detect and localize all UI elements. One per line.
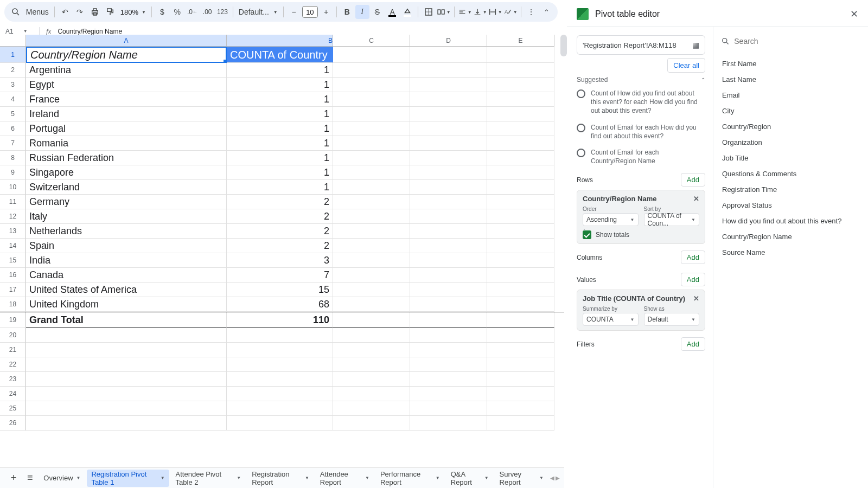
cell[interactable] <box>333 282 410 297</box>
col-header-D[interactable]: D <box>410 35 487 47</box>
collapse-suggested-button[interactable]: ⌃ <box>701 77 705 83</box>
cell[interactable]: Switzerland <box>26 180 227 195</box>
halign-button[interactable]: ▼ <box>458 5 472 19</box>
cell[interactable] <box>487 92 554 107</box>
percent-button[interactable]: % <box>170 5 184 19</box>
suggestion-item[interactable]: Count of Email for each Country/Region N… <box>577 148 705 165</box>
row-header[interactable]: 9 <box>0 165 26 180</box>
cell[interactable] <box>410 136 487 151</box>
cell[interactable] <box>410 63 487 78</box>
cell[interactable] <box>333 372 410 387</box>
cell[interactable] <box>333 209 410 224</box>
field-item[interactable]: Approval Status <box>721 197 859 213</box>
fill-color-button[interactable] <box>400 5 414 19</box>
cell[interactable]: 15 <box>227 282 333 297</box>
cell[interactable]: 2 <box>227 195 333 209</box>
row-header[interactable]: 8 <box>0 151 26 165</box>
cell[interactable] <box>410 372 487 387</box>
cell[interactable] <box>487 224 554 239</box>
print-button[interactable] <box>88 5 102 19</box>
cell[interactable] <box>487 165 554 180</box>
cell[interactable]: COUNTA of Country <box>227 47 333 63</box>
cell[interactable]: 1 <box>227 92 333 107</box>
cell[interactable] <box>410 209 487 224</box>
cell[interactable] <box>487 195 554 209</box>
row-header[interactable]: 20 <box>0 328 26 343</box>
row-header[interactable]: 2 <box>0 63 26 78</box>
col-header-C[interactable]: C <box>333 35 410 47</box>
cell[interactable]: Portugal <box>26 121 227 136</box>
cell[interactable] <box>333 47 410 63</box>
row-header[interactable]: 26 <box>0 416 26 431</box>
cell[interactable] <box>487 253 554 268</box>
chevron-down-icon[interactable]: ▼ <box>161 476 165 480</box>
cell[interactable]: 110 <box>227 312 333 328</box>
cell[interactable] <box>410 387 487 401</box>
field-search-input[interactable] <box>734 37 859 46</box>
field-search[interactable] <box>721 32 859 50</box>
cell[interactable] <box>227 416 333 431</box>
chevron-down-icon[interactable]: ▼ <box>76 476 81 480</box>
cell[interactable] <box>487 47 554 63</box>
sheet-tab[interactable]: Performance Report▼ <box>376 470 444 487</box>
chevron-down-icon[interactable]: ▼ <box>436 476 440 480</box>
chevron-down-icon[interactable]: ▼ <box>305 476 309 480</box>
cell[interactable] <box>410 253 487 268</box>
currency-button[interactable]: $ <box>155 5 169 19</box>
cell[interactable] <box>333 165 410 180</box>
row-header[interactable]: 15 <box>0 253 26 268</box>
field-item[interactable]: Country/Region Name <box>721 229 859 245</box>
cell[interactable] <box>410 107 487 121</box>
sheet-tab[interactable]: Survey Report▼ <box>495 470 548 487</box>
valign-button[interactable]: ▼ <box>473 5 487 19</box>
cell[interactable] <box>333 107 410 121</box>
order-select[interactable]: Ascending ▼ <box>583 213 639 226</box>
cell[interactable]: 2 <box>227 224 333 239</box>
row-header[interactable]: 24 <box>0 387 26 401</box>
decrease-fontsize-button[interactable]: − <box>287 5 301 19</box>
zoom-dropdown[interactable]: 180% ▼ <box>118 8 148 16</box>
row-header[interactable]: 1 <box>0 47 26 63</box>
cell[interactable] <box>227 328 333 343</box>
cell[interactable] <box>487 239 554 253</box>
spreadsheet-grid[interactable]: A B C D E 1Country/Region NameCOUNTA of … <box>0 35 564 479</box>
namebox[interactable]: A1 ▼ <box>5 28 33 35</box>
cell[interactable]: 1 <box>227 63 333 78</box>
cell[interactable] <box>333 387 410 401</box>
row-header[interactable]: 23 <box>0 372 26 387</box>
cell[interactable]: Italy <box>26 209 227 224</box>
cell[interactable] <box>333 357 410 372</box>
cell[interactable] <box>26 328 227 343</box>
cell[interactable]: Canada <box>26 268 227 282</box>
cell[interactable]: 3 <box>227 253 333 268</box>
cell[interactable]: 1 <box>227 78 333 92</box>
show-totals-checkbox[interactable] <box>583 230 591 239</box>
sheet-tab[interactable]: Q&A Report▼ <box>446 470 493 487</box>
bold-button[interactable]: B <box>340 5 354 19</box>
row-header[interactable]: 6 <box>0 121 26 136</box>
cell[interactable] <box>333 151 410 165</box>
cell[interactable] <box>227 401 333 416</box>
clear-all-button[interactable]: Clear all <box>667 58 705 73</box>
cell[interactable]: 2 <box>227 209 333 224</box>
strikethrough-button[interactable]: S <box>371 5 385 19</box>
row-header[interactable]: 21 <box>0 343 26 357</box>
cell[interactable] <box>410 121 487 136</box>
suggestion-item[interactable]: Count of Email for each How did you find… <box>577 123 705 140</box>
cell[interactable] <box>26 343 227 357</box>
row-header[interactable]: 19 <box>0 312 26 328</box>
add-filters-button[interactable]: Add <box>681 337 705 351</box>
cell[interactable]: Romania <box>26 136 227 151</box>
cell[interactable]: 1 <box>227 121 333 136</box>
cell[interactable]: United States of America <box>26 282 227 297</box>
row-header[interactable]: 12 <box>0 209 26 224</box>
all-sheets-button[interactable]: ≡ <box>23 470 37 486</box>
field-item[interactable]: Job Title <box>721 150 859 166</box>
cell[interactable] <box>487 268 554 282</box>
text-color-button[interactable]: A <box>385 5 399 19</box>
cell[interactable] <box>487 180 554 195</box>
col-header-A[interactable]: A <box>26 35 227 47</box>
cell[interactable] <box>26 387 227 401</box>
suggestion-item[interactable]: Count of How did you find out about this… <box>577 89 705 115</box>
sheet-tab[interactable]: Overview▼ <box>39 470 85 487</box>
